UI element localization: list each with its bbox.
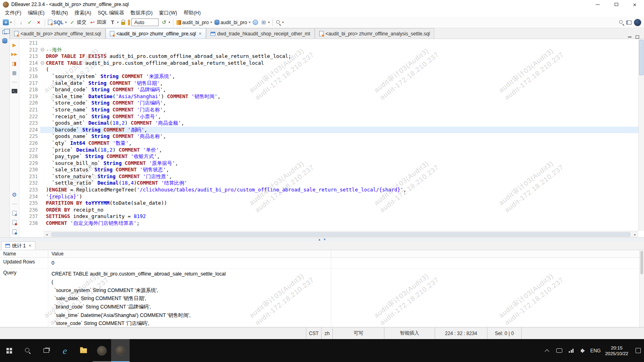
code-line[interactable]: 218 `brand_code` String COMMENT '品牌编码', (19, 86, 638, 93)
code-line[interactable]: 233)ENGINE = ReplicatedMergeTree('/click… (19, 187, 638, 193)
code-line[interactable]: 230 `sale_status` String COMMENT '销售状态', (19, 167, 638, 173)
discard-changes-button[interactable]: × (34, 19, 43, 27)
toolbar-search-button[interactable]: ▾ (275, 19, 285, 26)
fold-collapse-icon[interactable]: − (40, 60, 46, 67)
code-line[interactable]: 232 `settle_ratio` Decimal(18,4)COMMENT … (19, 180, 638, 187)
menu-item[interactable]: SQL 编辑器 (95, 9, 128, 17)
start-button[interactable] (0, 339, 19, 362)
code-line[interactable]: 212−--海外 (19, 47, 638, 53)
menu-item[interactable]: 编辑(E) (25, 9, 48, 17)
code-line[interactable]: 238COMMENT '自定义海外门店销售结算表'; (19, 220, 638, 227)
accept-changes-button[interactable]: ✓ (25, 19, 34, 27)
column-header-name[interactable]: Name (0, 250, 48, 257)
quick-search-button[interactable] (617, 19, 625, 26)
editor-tab[interactable]: <audit_bi_pro> zhumr_offline_pre.sql× (105, 28, 206, 39)
taskbar-search-button[interactable] (19, 339, 37, 362)
insert-mode-indicator[interactable]: 智能插入 (384, 327, 435, 339)
touch-keyboard-button[interactable] (553, 339, 565, 362)
panel-vertical-scrollbar[interactable] (639, 250, 644, 327)
rollback-button[interactable]: ↩ 回滚 (88, 18, 108, 27)
connection-selector[interactable]: audit_bi_pro ▾ (175, 19, 213, 26)
app-button-1[interactable] (93, 339, 111, 362)
close-button[interactable]: × (625, 0, 644, 9)
code-line[interactable]: 226 `qty` Int64 COMMENT '数量', (19, 140, 638, 147)
load-script-button[interactable] (11, 210, 18, 216)
minimize-view-icon[interactable] (628, 37, 632, 37)
account-button[interactable] (633, 18, 642, 27)
execute-script-button[interactable]: ▶▶ (11, 51, 18, 58)
export-button[interactable]: ⊞ ▾ (259, 19, 271, 27)
code-line[interactable]: 214−CREATE TABLE audit_bi_pro.custom_off… (19, 60, 638, 67)
code-line[interactable]: 231 `store_nature` String COMMENT '门店性质'… (19, 173, 638, 180)
app-button-2[interactable] (111, 339, 130, 362)
code-line[interactable]: 224 `barcode` String COMMENT '条码', (19, 127, 638, 134)
language-button[interactable]: ENG (589, 339, 601, 362)
commit-button[interactable]: ✓ 提交 (68, 18, 88, 27)
explain-plan-button[interactable]: ▦ (11, 69, 18, 76)
error-log-button[interactable] (11, 219, 18, 226)
scroll-left-icon[interactable]: ◂ (43, 232, 50, 237)
volume-button[interactable] (577, 339, 589, 362)
menu-item[interactable]: 帮助(H) (180, 9, 204, 17)
code-line[interactable]: 215( (19, 66, 638, 73)
code-line[interactable]: 217 `sale_date` String COMMENT '销售日期', (19, 80, 638, 87)
ie-button[interactable]: e (56, 339, 74, 362)
code-line[interactable]: 225 `goods_name` String COMMENT '商品名称', (19, 133, 638, 140)
code-area[interactable]: 211212−--海外213DROP TABLE IF EXISTS audit… (19, 39, 638, 231)
scroll-right-icon[interactable]: ▸ (632, 232, 638, 237)
code-line[interactable]: 229 `source_bill_no` String COMMENT '原单据… (19, 160, 638, 167)
new-connection-button[interactable]: + ▾ (2, 19, 13, 26)
fold-collapse-icon[interactable]: − (40, 47, 46, 53)
scrollbar-thumb[interactable] (639, 40, 644, 75)
transaction-log-button[interactable]: ↺ ▾ (160, 19, 171, 27)
menu-item[interactable]: 搜索(A) (71, 9, 95, 17)
collapse-down-icon[interactable]: ▼ (323, 238, 326, 241)
sql-editor[interactable]: 211212−--海外213DROP TABLE IF EXISTS audit… (19, 39, 644, 237)
code-line[interactable]: 223 `goods_amt` Decimal(18,2) COMMENT '商… (19, 120, 638, 127)
execute-statement-button[interactable]: ▶ (11, 41, 18, 48)
timezone-indicator[interactable]: CST (306, 327, 321, 339)
transaction-mode-button[interactable]: T ▾ (108, 19, 120, 27)
file-explorer-button[interactable] (74, 339, 93, 362)
output-console-button[interactable]: >_ (11, 88, 18, 95)
schema-selector[interactable]: audit_bi_pro ▾ (213, 19, 252, 26)
stats-tab[interactable]: 统计 1 × (1, 241, 35, 250)
task-view-button[interactable] (37, 339, 56, 362)
lock-button[interactable] (120, 19, 126, 26)
perspective-button[interactable] (625, 20, 633, 25)
code-line[interactable]: 228 `pay_type` String COMMENT '收银方式', (19, 153, 638, 160)
tab-close-icon[interactable]: × (199, 31, 202, 37)
clock-button[interactable]: 20:15 2025/10/22 (601, 345, 632, 356)
code-line[interactable]: 213DROP TABLE IF EXISTS audit_bi_pro.cus… (19, 53, 638, 60)
caret-position-indicator[interactable]: 224 : 32 : 8234 (435, 327, 487, 339)
settings-gear-button[interactable]: ⚙ (11, 191, 18, 198)
panel-splitter[interactable]: ▲ ▼ (0, 237, 644, 241)
sync-down-button[interactable]: ↓ (17, 19, 25, 27)
restore-panel-icon[interactable] (2, 30, 7, 34)
auto-commit-combo[interactable]: Auto (131, 19, 159, 26)
code-line[interactable]: 211 (19, 40, 638, 47)
editor-tab[interactable]: <audit_bi_pro> zhumr_offline_analysis_se… (315, 28, 434, 39)
network-button[interactable] (565, 339, 577, 362)
menu-item[interactable]: 数据库(D) (127, 9, 156, 17)
minimize-button[interactable] (588, 0, 607, 9)
network-button[interactable] (252, 19, 259, 26)
more-actions-icon[interactable]: ⋯ (11, 200, 18, 207)
code-line[interactable]: 236ORDER BY receipt_no (19, 207, 638, 214)
sql-editor-button[interactable]: SQL ▾ (47, 19, 68, 26)
editor-tab[interactable]: dwd_trade_hkaudit_shop_receipt_other_mt (206, 28, 315, 39)
editor-horizontal-scrollbar[interactable]: ◂ ▸ (43, 231, 638, 237)
code-line[interactable]: 221 `store_name` String COMMENT '门店名称', (19, 107, 638, 113)
selection-indicator[interactable]: Sel: 0 | 0 (487, 327, 522, 339)
maximize-button[interactable] (607, 0, 625, 9)
hidden-icons-button[interactable] (541, 339, 553, 362)
database-navigator-icon[interactable] (2, 38, 7, 43)
execute-new-tab-button[interactable]: ◨ (11, 60, 18, 67)
code-line[interactable]: 216 `source_system` String COMMENT '来源系统… (19, 73, 638, 80)
code-line[interactable]: 235PARTITION BY toYYYYMM(toDate(sale_dat… (19, 200, 638, 207)
scrollbar-thumb[interactable] (640, 251, 643, 274)
menu-item[interactable]: 窗口(W) (156, 9, 180, 17)
code-line[interactable]: 220 `store_code` String COMMENT '门店编码', (19, 100, 638, 107)
writable-indicator[interactable]: 可写 (332, 327, 384, 339)
column-header-value[interactable]: Value (48, 250, 331, 257)
